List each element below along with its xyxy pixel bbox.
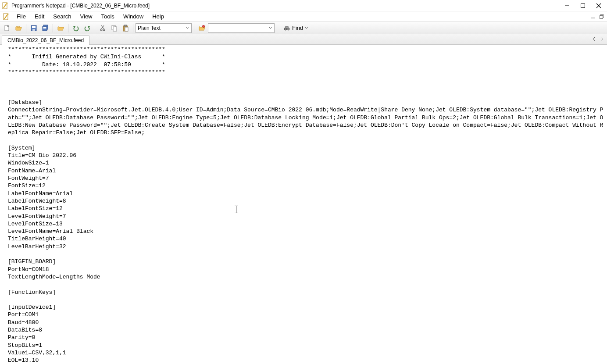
chevron-down-icon — [269, 26, 272, 30]
chevron-down-icon — [305, 26, 308, 30]
mdi-controls — [589, 13, 607, 20]
svg-point-17 — [103, 29, 105, 31]
copy-button[interactable] — [109, 23, 119, 33]
mdi-restore-button[interactable] — [598, 13, 605, 20]
menu-help[interactable]: Help — [148, 12, 168, 21]
toolbar-separator — [95, 24, 95, 32]
menu-bar: File Edit Search View Tools Window Help — [0, 11, 607, 22]
tab-next-button[interactable] — [598, 36, 605, 43]
syntax-scheme-combo[interactable]: Plain Text — [136, 23, 192, 33]
menu-edit[interactable]: Edit — [30, 12, 49, 21]
tab-bar: CMBio_2022_06_BF_Micro.feed — [0, 34, 607, 45]
text-editor[interactable]: ****************************************… — [0, 45, 607, 364]
window-title: Programmer's Notepad - [CMBio_2022_06_BF… — [11, 3, 563, 9]
undo-button[interactable] — [71, 23, 81, 33]
toolbar: Plain Text Find — [0, 22, 607, 34]
document-tab[interactable]: CMBio_2022_06_BF_Micro.feed — [2, 36, 89, 45]
menu-search[interactable]: Search — [49, 12, 75, 21]
toolbar-separator — [133, 24, 133, 32]
mdi-minimize-button[interactable] — [589, 13, 596, 20]
svg-rect-8 — [600, 15, 603, 18]
tab-prev-button[interactable] — [590, 36, 597, 43]
binoculars-icon — [283, 25, 290, 32]
tab-label: CMBio_2022_06_BF_Micro.feed — [7, 37, 84, 43]
quick-search-combo[interactable] — [208, 23, 275, 33]
title-bar: Programmer's Notepad - [CMBio_2022_06_BF… — [0, 0, 607, 11]
svg-rect-28 — [286, 26, 288, 28]
svg-point-25 — [203, 25, 205, 27]
chevron-down-icon — [186, 26, 189, 30]
svg-rect-2 — [581, 4, 585, 7]
minimize-button[interactable] — [563, 2, 571, 10]
toolbar-separator — [194, 24, 194, 32]
find-label: Find — [292, 25, 303, 31]
app-icon — [2, 2, 9, 9]
menu-file[interactable]: File — [12, 12, 30, 21]
menu-window[interactable]: Window — [119, 12, 148, 21]
cut-button[interactable] — [97, 23, 108, 33]
svg-rect-11 — [32, 26, 36, 28]
paste-button[interactable] — [120, 23, 131, 33]
toolbar-separator — [26, 24, 26, 32]
redo-button[interactable] — [82, 23, 93, 33]
menu-tools[interactable]: Tools — [97, 12, 119, 21]
window-controls — [563, 2, 605, 10]
toolbar-separator — [68, 24, 68, 32]
svg-rect-21 — [113, 27, 117, 31]
save-button[interactable] — [29, 23, 39, 33]
project-button[interactable] — [196, 23, 207, 33]
new-file-button[interactable] — [2, 23, 12, 33]
open-folder-button[interactable] — [55, 23, 66, 33]
tab-nav — [590, 36, 605, 43]
open-file-button[interactable] — [13, 23, 24, 33]
svg-rect-23 — [124, 25, 127, 26]
close-button[interactable] — [595, 2, 603, 10]
document-icon — [3, 13, 10, 20]
maximize-button[interactable] — [579, 2, 587, 10]
toolbar-separator — [53, 24, 53, 32]
syntax-scheme-value: Plain Text — [138, 25, 161, 31]
svg-rect-12 — [32, 29, 35, 31]
svg-rect-15 — [43, 27, 46, 29]
menu-view[interactable]: View — [76, 12, 97, 21]
svg-rect-24 — [125, 27, 128, 31]
svg-point-16 — [100, 29, 102, 31]
save-all-button[interactable] — [40, 23, 50, 33]
find-button[interactable]: Find — [279, 23, 312, 33]
toolbar-separator — [277, 24, 277, 32]
